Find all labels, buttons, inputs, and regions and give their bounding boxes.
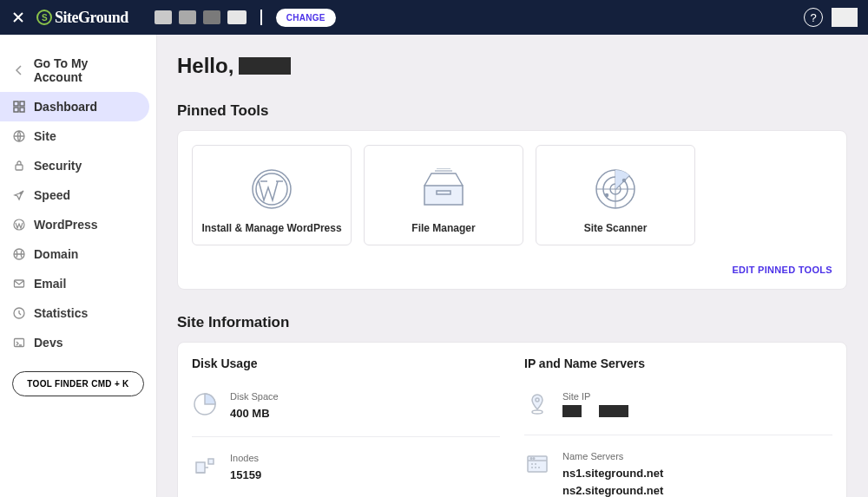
location-icon bbox=[524, 391, 550, 417]
name-server-1: ns1.siteground.net bbox=[562, 465, 832, 482]
tool-finder-button[interactable]: TOOL FINDER CMD + K bbox=[12, 371, 144, 396]
svg-rect-0 bbox=[14, 101, 18, 106]
site-info-panel: Disk Usage Disk Space 400 MB bbox=[177, 342, 847, 497]
svg-rect-2 bbox=[14, 108, 18, 112]
mail-icon bbox=[12, 277, 26, 291]
sidebar-item-label: WordPress bbox=[34, 218, 98, 232]
disk-usage-col: Disk Usage Disk Space 400 MB bbox=[192, 356, 500, 497]
globe-icon bbox=[12, 129, 26, 143]
svg-point-22 bbox=[532, 410, 542, 414]
sidebar-item-statistics[interactable]: Statistics bbox=[0, 298, 149, 328]
svg-point-18 bbox=[623, 180, 626, 182]
close-icon[interactable] bbox=[10, 10, 26, 25]
pinned-tool-label: Site Scanner bbox=[584, 222, 648, 234]
pinned-tool-wordpress[interactable]: Install & Manage WordPress bbox=[192, 145, 352, 245]
disk-space-row: Disk Space 400 MB bbox=[192, 386, 500, 437]
help-icon[interactable]: ? bbox=[804, 8, 823, 27]
sidebar-item-label: Email bbox=[34, 277, 66, 291]
avatar[interactable] bbox=[832, 8, 858, 27]
top-bar: SSiteGround CHANGE ? bbox=[0, 0, 868, 35]
sidebar-item-email[interactable]: Email bbox=[0, 269, 149, 298]
site-ip-value bbox=[562, 405, 628, 417]
world-icon bbox=[12, 247, 26, 261]
sidebar-item-security[interactable]: Security bbox=[0, 151, 149, 180]
name-servers-label: Name Servers bbox=[562, 451, 832, 461]
svg-point-6 bbox=[20, 193, 22, 194]
site-ip-label: Site IP bbox=[562, 391, 832, 402]
sidebar-item-label: Security bbox=[34, 159, 82, 173]
wordpress-large-icon bbox=[250, 156, 293, 222]
grid-icon bbox=[12, 100, 26, 114]
arrow-left-icon bbox=[12, 63, 26, 77]
pie-icon bbox=[192, 391, 218, 417]
browser-icon bbox=[524, 451, 550, 477]
sidebar: Go To My Account Dashboard Site Security… bbox=[0, 35, 156, 497]
disk-space-label: Disk Space bbox=[230, 391, 500, 402]
inodes-row: Inodes 15159 bbox=[192, 448, 500, 498]
svg-rect-1 bbox=[20, 101, 24, 106]
site-selector: CHANGE bbox=[155, 9, 336, 27]
wordpress-icon bbox=[12, 218, 26, 232]
edit-pinned-tools-link[interactable]: EDIT PINNED TOOLS bbox=[192, 265, 832, 275]
svg-rect-5 bbox=[16, 165, 23, 170]
radar-icon bbox=[591, 156, 640, 222]
sidebar-item-label: Site bbox=[34, 129, 56, 143]
greeting: Hello, bbox=[177, 54, 847, 78]
pinned-tools-panel: Install & Manage WordPress File Manager … bbox=[177, 130, 847, 290]
svg-point-12 bbox=[253, 170, 291, 208]
svg-point-24 bbox=[530, 458, 532, 460]
pinned-tool-label: Install & Manage WordPress bbox=[201, 222, 341, 234]
sidebar-item-dashboard[interactable]: Dashboard bbox=[0, 92, 149, 121]
sidebar-item-site[interactable]: Site bbox=[0, 121, 149, 151]
sidebar-item-label: Devs bbox=[34, 336, 62, 350]
site-ip-row: Site IP bbox=[524, 386, 832, 435]
change-site-button[interactable]: CHANGE bbox=[276, 9, 336, 27]
site-info-heading: Site Information bbox=[177, 314, 847, 331]
sidebar-item-label: Domain bbox=[34, 247, 78, 261]
inodes-icon bbox=[192, 453, 218, 479]
go-to-account-link[interactable]: Go To My Account bbox=[0, 49, 149, 92]
sidebar-item-label: Dashboard bbox=[34, 100, 97, 114]
lock-icon bbox=[12, 159, 26, 173]
ip-ns-col: IP and Name Servers Site IP bbox=[524, 356, 832, 497]
name-server-2: ns2.siteground.net bbox=[562, 482, 832, 498]
file-drawer-icon bbox=[419, 156, 468, 222]
pinned-tool-site-scanner[interactable]: Site Scanner bbox=[536, 145, 695, 245]
terminal-icon bbox=[12, 336, 26, 350]
sidebar-item-wordpress[interactable]: WordPress bbox=[0, 210, 149, 239]
sidebar-back-label: Go To My Account bbox=[34, 56, 137, 84]
clock-icon bbox=[12, 306, 26, 320]
svg-rect-3 bbox=[20, 108, 24, 112]
disk-space-value: 400 MB bbox=[230, 405, 500, 422]
brand-logo: SSiteGround bbox=[36, 9, 128, 27]
disk-usage-title: Disk Usage bbox=[192, 356, 500, 370]
sidebar-item-label: Speed bbox=[34, 188, 70, 202]
sidebar-item-devs[interactable]: Devs bbox=[0, 328, 149, 357]
pinned-tool-file-manager[interactable]: File Manager bbox=[364, 145, 523, 245]
inodes-label: Inodes bbox=[230, 453, 500, 463]
svg-point-25 bbox=[533, 458, 535, 460]
pinned-tool-label: File Manager bbox=[411, 222, 475, 234]
sidebar-item-domain[interactable]: Domain bbox=[0, 239, 149, 269]
main-content: Hello, Pinned Tools Install & Manage Wor… bbox=[156, 35, 868, 497]
user-name-redacted bbox=[239, 57, 291, 75]
sidebar-item-label: Statistics bbox=[34, 306, 88, 320]
inodes-value: 15159 bbox=[230, 467, 500, 484]
pinned-tools-heading: Pinned Tools bbox=[177, 102, 847, 120]
svg-point-19 bbox=[606, 194, 608, 197]
rocket-icon bbox=[12, 188, 26, 202]
name-servers-row: Name Servers ns1.siteground.net ns2.site… bbox=[524, 446, 832, 497]
ip-ns-title: IP and Name Servers bbox=[524, 356, 832, 370]
sidebar-item-speed[interactable]: Speed bbox=[0, 180, 149, 210]
